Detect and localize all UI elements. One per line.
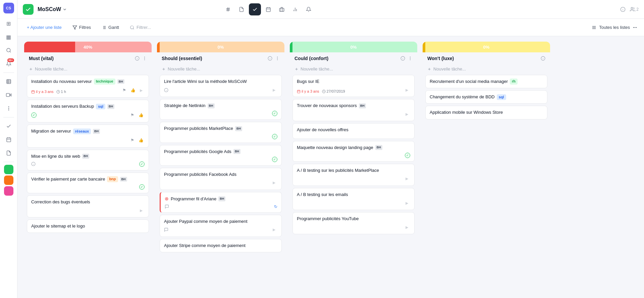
task-card[interactable]: Programmer publicités MarketPlace BH ✓ (160, 122, 282, 143)
thumbsup-icon[interactable]: 👍 (137, 111, 145, 119)
app-avatar[interactable]: CS (3, 3, 14, 13)
task-card[interactable]: Recrutement d'un social media manager rh (425, 75, 547, 88)
task-card[interactable]: Migration de serveur réseaux BH ⚑ 👍 (27, 125, 149, 147)
task-card[interactable]: Ajouter de nouvelles offres (292, 123, 415, 139)
could-add-task[interactable]: Nouvelle tâche... (290, 64, 417, 73)
refresh-icon[interactable]: ↻ (274, 204, 277, 209)
sidebar-item-grid[interactable]: ▦ (3, 31, 15, 43)
task-card[interactable]: A / B testing sur les publicités MarketP… (292, 164, 415, 186)
expand-icon[interactable]: ▶ (404, 200, 410, 206)
project-title[interactable]: MoSCoW (38, 6, 67, 12)
svg-marker-2 (9, 94, 11, 96)
task-card[interactable]: Programmer publicités Google Ads BH ✓ (160, 145, 282, 166)
all-lists-button[interactable]: Toutes les listes (592, 25, 637, 30)
task-check[interactable]: ✓ (272, 111, 277, 116)
task-check[interactable]: ✓ (272, 157, 277, 162)
task-card[interactable]: Trouver de nouveaux sponsors BH ▶ (292, 99, 415, 121)
sidebar-item-notifications[interactable]: 99+ (3, 58, 15, 70)
users-icon[interactable]: 2 (630, 7, 639, 12)
filters-button[interactable]: Filtres (70, 23, 94, 32)
task-card[interactable]: Lire l'article Wimi sur la méthode MoSCo… (160, 75, 282, 97)
task-card[interactable]: Installation du nouveau serveur techniqu… (27, 75, 149, 98)
task-check[interactable]: ✓ (31, 112, 37, 118)
expand-icon[interactable]: ▶ (404, 111, 410, 117)
wont-info-icon[interactable] (541, 56, 545, 61)
could-more-icon[interactable] (408, 56, 413, 61)
expand-icon[interactable]: ▶ (138, 207, 145, 214)
expand-icon[interactable]: ▶ (404, 176, 410, 182)
sidebar-item-table[interactable] (3, 76, 15, 88)
nav-tasks[interactable] (249, 3, 261, 15)
wont-add-task[interactable]: Nouvelle tâche... (423, 64, 550, 73)
sidebar-item-more[interactable] (3, 102, 15, 114)
nav-calendar[interactable] (262, 3, 274, 15)
nav-briefcase[interactable] (276, 3, 288, 15)
task-card[interactable]: ⊗ Programmer fil d'Ariane BH ↻ (160, 192, 282, 213)
search-input[interactable]: Filtrer... (127, 23, 154, 32)
task-card[interactable]: Correction des bugs éventuels ▶ (27, 195, 149, 217)
task-card[interactable]: Stratégie de Netlinkin BH ✓ (160, 99, 282, 120)
thumbsup-icon[interactable]: 👍 (137, 137, 145, 144)
nav-hashtag[interactable] (222, 3, 234, 15)
should-more-icon[interactable] (275, 56, 280, 61)
sidebar-item-search[interactable] (3, 44, 15, 56)
task-card[interactable]: Ajouter Stripe comme moyen de paiement (160, 239, 282, 252)
task-card[interactable]: Programmer publicités Facebook Ads ▶ (160, 168, 282, 190)
expand-icon[interactable]: ▶ (404, 224, 410, 231)
expand-icon[interactable]: ▶ (138, 87, 145, 94)
expand-icon[interactable]: ▶ (271, 227, 277, 233)
task-check[interactable]: ✓ (139, 184, 145, 190)
svg-point-5 (8, 108, 9, 108)
nav-chart[interactable] (289, 3, 301, 15)
task-card[interactable]: Vérifier le paiement par carte bancaire … (27, 172, 149, 193)
task-card[interactable]: Mise en ligne du site web BH ✓ (27, 150, 149, 170)
must-progress-bar: 40% (24, 42, 152, 52)
sidebar-item-check[interactable] (3, 120, 15, 132)
column-could: 0% Could (confort) Nouvelle tâche... Bug… (290, 42, 417, 293)
expand-icon[interactable]: ▶ (404, 87, 410, 93)
sidebar-project-orange[interactable] (4, 176, 13, 185)
should-add-task[interactable]: Nouvelle tâche... (157, 64, 284, 73)
task-card[interactable]: Ajouter Paypal comme moyen de paiement ▶ (160, 215, 282, 237)
add-list-button[interactable]: + Ajouter une liste (24, 23, 64, 32)
task-card[interactable]: Changement du système de BDD sql (425, 90, 547, 104)
sidebar-project-pink[interactable] (4, 186, 13, 196)
nav-document[interactable] (235, 3, 248, 15)
expand-icon[interactable]: ▶ (271, 180, 277, 186)
task-card[interactable]: Bugs sur IE il y a 3 ans 27/07/2019 (292, 75, 415, 97)
thumbsup-icon[interactable]: 👍 (129, 87, 137, 94)
svg-marker-17 (73, 26, 77, 29)
flag-icon[interactable]: ⚑ (128, 137, 136, 144)
should-info-icon[interactable] (268, 56, 272, 61)
sidebar-item-file[interactable] (3, 147, 15, 159)
flag-icon[interactable]: ⚑ (128, 111, 136, 119)
sidebar-item-video[interactable] (3, 89, 15, 101)
task-actions: ✓ (31, 161, 145, 167)
task-card[interactable]: Programmer publicités YouTube ▶ (292, 212, 415, 234)
task-assignee: BH (107, 104, 114, 109)
sidebar-item-home[interactable]: ⊞ (3, 17, 15, 30)
task-tag: sql (96, 104, 105, 109)
nav-bell[interactable] (303, 3, 315, 15)
task-card[interactable]: Ajouter le sitemap et le logo (27, 219, 149, 233)
must-add-task[interactable]: Nouvelle tâche... (24, 64, 152, 73)
must-info-icon[interactable] (135, 56, 140, 61)
sidebar-divider3 (3, 162, 14, 162)
gantt-button[interactable]: Gantt (99, 23, 122, 32)
info-icon[interactable] (620, 7, 626, 12)
task-card[interactable]: Maquette nouveau design landing page BH … (292, 141, 415, 162)
task-card[interactable]: Installation des serveurs Backup sql BH … (27, 100, 149, 122)
flag-icon[interactable]: ⚑ (120, 87, 128, 94)
task-check[interactable]: ✓ (405, 153, 410, 158)
task-tag: rh (510, 79, 518, 84)
sidebar-project-green[interactable] (4, 165, 13, 174)
task-card[interactable]: A / B testing sur les emails ▶ (292, 188, 415, 210)
could-info-icon[interactable] (400, 56, 405, 61)
expand-icon[interactable]: ▶ (271, 87, 277, 93)
svg-rect-7 (7, 138, 11, 142)
task-check[interactable]: ✓ (272, 134, 277, 139)
task-card[interactable]: Application mobile sur Windows Store (425, 106, 547, 119)
must-more-icon[interactable] (142, 56, 147, 61)
task-check[interactable]: ✓ (139, 161, 145, 167)
sidebar-item-calendar[interactable] (3, 134, 15, 146)
